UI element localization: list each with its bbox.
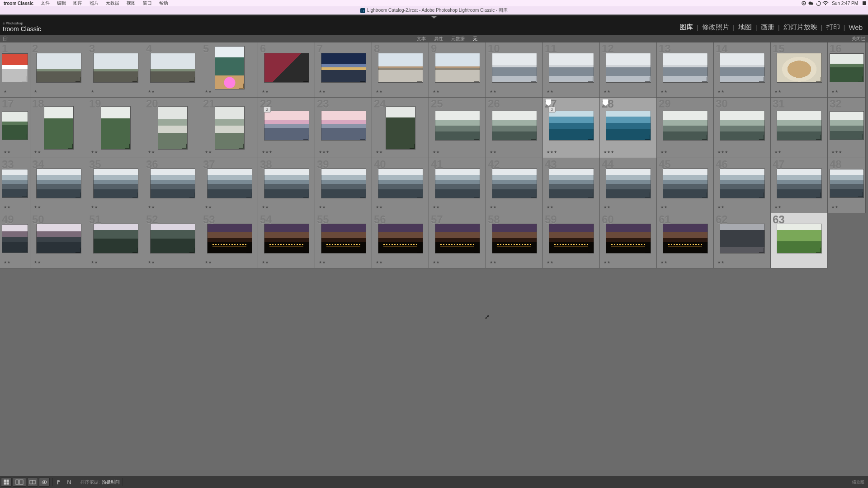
thumbnail-cell[interactable]: 13★★	[657, 42, 714, 98]
thumbnail-image[interactable]	[264, 169, 309, 198]
thumbnail-image[interactable]	[606, 111, 651, 140]
thumbnail-image[interactable]	[44, 107, 73, 149]
thumbnail-image[interactable]	[435, 53, 480, 82]
thumbnail-image[interactable]	[777, 169, 821, 198]
rating-stars[interactable]: ★★	[433, 150, 440, 154]
rating-stars[interactable]: ★★	[604, 205, 611, 209]
rating-stars[interactable]: ★★★	[547, 150, 557, 154]
thumbnail-cell[interactable]: 63	[771, 213, 828, 268]
macos-menu-3[interactable]: 照片	[86, 0, 102, 5]
thumbnail-cell[interactable]: 272★★★	[543, 98, 600, 158]
rating-stars[interactable]: ★	[34, 89, 38, 94]
rating-stars[interactable]: ★★★	[262, 150, 273, 154]
thumbnail-cell[interactable]: 18★★	[30, 98, 87, 158]
thumbnail-cell[interactable]: 2★	[30, 42, 87, 98]
thumbnail-cell[interactable]: 46★★	[714, 158, 771, 213]
thumbnail-cell[interactable]: 26★★	[486, 98, 543, 158]
thumbnail-cell[interactable]: 12★★	[600, 42, 657, 98]
rating-stars[interactable]: ★★	[319, 260, 326, 264]
rating-stars[interactable]: ★★★	[319, 150, 330, 154]
rating-stars[interactable]: ★★	[774, 150, 782, 154]
macos-menu-1[interactable]: 编辑	[53, 0, 70, 5]
rating-stars[interactable]: ★★	[376, 89, 383, 94]
thumbnail-cell[interactable]: 29★★	[657, 98, 714, 158]
rating-stars[interactable]: ★★	[262, 205, 269, 209]
macos-menu-6[interactable]: 窗口	[139, 0, 156, 5]
thumbnail-image[interactable]	[386, 107, 415, 149]
thumbnail-image[interactable]	[321, 169, 366, 198]
rating-stars[interactable]: ★★	[660, 205, 668, 209]
thumbnail-image[interactable]	[94, 224, 138, 253]
thumbnail-cell[interactable]: 5★★	[201, 42, 258, 98]
thumbnail-cell[interactable]: 59★★	[543, 213, 600, 268]
thumbnail-cell[interactable]: 37★★	[201, 158, 258, 213]
thumbnail-image[interactable]	[830, 54, 863, 82]
thumbnail-image[interactable]	[264, 224, 309, 253]
thumbnail-image[interactable]	[492, 53, 537, 82]
thumbnail-cell[interactable]: 23★★★	[315, 98, 372, 158]
rating-stars[interactable]: ★★	[774, 89, 782, 94]
thumbnail-image[interactable]	[378, 169, 423, 198]
rating-stars[interactable]: ★★	[34, 150, 41, 154]
rating-stars[interactable]: ★★	[148, 260, 155, 264]
rating-stars[interactable]: ★★	[831, 89, 839, 94]
thumbnail-image[interactable]	[606, 169, 651, 198]
rating-stars[interactable]: ★★	[433, 89, 440, 94]
stack-badge[interactable]: 2	[264, 107, 271, 113]
rating-stars[interactable]: ★★	[774, 205, 782, 209]
grid-view-button[interactable]	[1, 478, 12, 487]
rating-stars[interactable]: ★★	[490, 205, 497, 209]
thumbnail-image[interactable]	[435, 111, 480, 140]
module-打印[interactable]: 打印	[825, 23, 842, 32]
rating-stars[interactable]: ★★	[205, 89, 212, 94]
thumbnail-image[interactable]	[321, 53, 366, 82]
rating-stars[interactable]: ★★	[376, 205, 383, 209]
rating-stars[interactable]: ★★	[205, 260, 212, 264]
thumbnail-cell[interactable]: 54★★	[258, 213, 315, 268]
thumbnail-image[interactable]	[2, 54, 28, 82]
rating-stars[interactable]: ★★	[490, 260, 497, 264]
thumbnail-image[interactable]	[549, 169, 594, 198]
thumbnail-image[interactable]	[606, 224, 651, 253]
menu-extra-icon[interactable]	[861, 0, 868, 6]
thumbnail-cell[interactable]: 34★★	[30, 158, 87, 213]
thumbnail-image[interactable]	[158, 107, 187, 149]
rating-stars[interactable]: ★★	[262, 89, 269, 94]
rating-stars[interactable]: ★★	[433, 205, 440, 209]
rating-stars[interactable]: ★★	[717, 89, 725, 94]
thumbnail-cell[interactable]: 30★★★	[714, 98, 771, 158]
thumbnail-cell[interactable]: 14★★	[714, 42, 771, 98]
thumbnail-cell[interactable]: 40★★	[372, 158, 429, 213]
rating-stars[interactable]: ★★	[376, 150, 383, 154]
rating-stars[interactable]: ★★	[4, 150, 11, 154]
thumbnail-image[interactable]	[492, 169, 537, 198]
thumbnail-image[interactable]	[777, 53, 821, 82]
thumbnail-cell[interactable]: 38★★	[258, 158, 315, 213]
rating-stars[interactable]: ★★	[604, 260, 611, 264]
thumbnail-cell[interactable]: 32★★★	[828, 98, 866, 158]
module-图库[interactable]: 图库	[678, 23, 695, 32]
thumbnail-cell[interactable]: 28★★★	[600, 98, 657, 158]
rating-stars[interactable]: ★★	[831, 205, 839, 209]
thumbnail-image[interactable]	[151, 169, 195, 198]
thumbnail-cell[interactable]: 8★★	[372, 42, 429, 98]
rating-stars[interactable]: ★★	[490, 89, 497, 94]
thumbnail-image[interactable]	[101, 107, 130, 149]
thumbnail-cell[interactable]: 10★★	[486, 42, 543, 98]
thumbnail-cell[interactable]: 55★★	[315, 213, 372, 268]
compare-view-button[interactable]	[27, 478, 38, 487]
module-地图[interactable]: 地图	[736, 23, 754, 32]
thumbnail-image[interactable]	[208, 169, 252, 198]
thumbnail-image[interactable]	[549, 53, 594, 82]
thumbnail-image[interactable]	[37, 169, 81, 198]
rating-stars[interactable]: ★★	[547, 89, 554, 94]
module-Web[interactable]: Web	[847, 23, 864, 31]
rating-stars[interactable]: ★★	[148, 150, 155, 154]
rating-stars[interactable]: ★★	[604, 89, 611, 94]
thumbnail-image[interactable]	[663, 53, 708, 82]
thumbnail-cell[interactable]: 19★★	[87, 98, 144, 158]
stack-badge[interactable]: 2	[548, 107, 556, 113]
thumbnail-image[interactable]	[264, 111, 309, 140]
thumbnail-image[interactable]	[549, 224, 594, 253]
filter-option-文本[interactable]: 文本	[417, 36, 426, 42]
